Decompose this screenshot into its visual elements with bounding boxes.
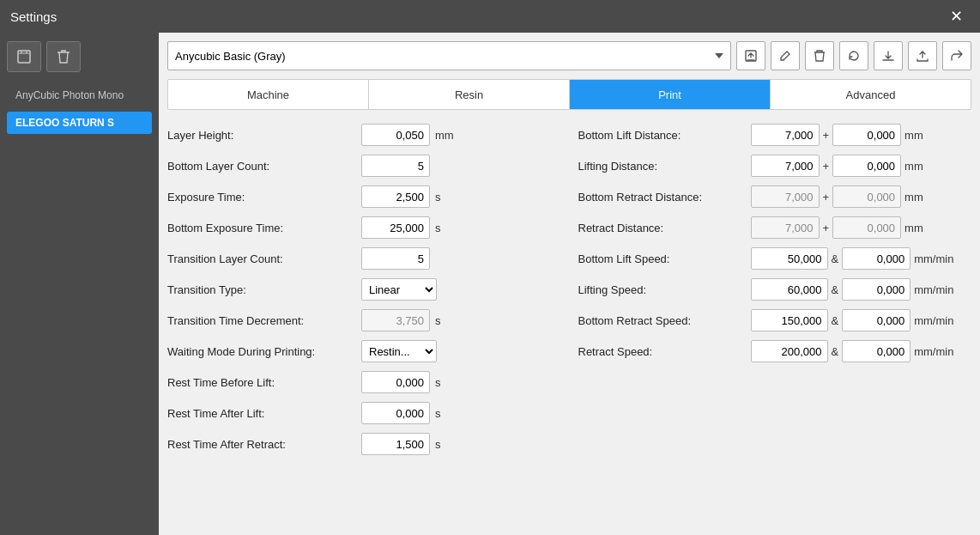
transition-time-decrement-label: Transition Time Decrement: <box>167 314 356 327</box>
bottom-retract-speed-input2[interactable] <box>842 309 910 331</box>
lifting-speed-label: Lifting Speed: <box>578 283 746 296</box>
bottom-retract-speed-input1[interactable] <box>751 309 828 331</box>
download-button[interactable] <box>874 41 903 70</box>
bottom-lift-distance-input2[interactable] <box>832 124 901 146</box>
add-profile-button[interactable] <box>7 41 41 72</box>
bottom-retract-distance-inputs: + mm <box>751 185 931 208</box>
sidebar-item-anycubic[interactable]: AnyCubic Photon Mono <box>7 84 152 106</box>
edit-button[interactable] <box>771 41 800 70</box>
bottom-lift-distance-input1[interactable] <box>751 124 820 146</box>
bottom-retract-distance-row: Bottom Retract Distance: + mm <box>578 182 972 211</box>
retract-speed-inputs: & mm/min <box>751 340 954 362</box>
layer-height-input[interactable] <box>361 124 430 146</box>
bottom-lift-distance-inputs: + mm <box>751 124 931 146</box>
retract-distance-input1[interactable] <box>751 216 820 239</box>
retract-speed-sep: & <box>832 345 839 358</box>
rest-after-retract-row: Rest Time After Retract: s <box>167 429 561 459</box>
transition-time-decrement-row: Transition Time Decrement: s <box>167 306 561 335</box>
bottom-retract-speed-label: Bottom Retract Speed: <box>578 314 746 327</box>
tab-print[interactable]: Print <box>570 80 771 109</box>
left-column: Layer Height: mm Bottom Layer Count: Exp… <box>167 120 561 526</box>
retract-distance-label: Retract Distance: <box>578 222 746 234</box>
waiting-mode-select[interactable]: Restin... No Wait <box>361 340 437 362</box>
top-toolbar: Anycubic Basic (Gray) <box>167 41 971 70</box>
retract-distance-sep: + <box>823 222 830 234</box>
retract-distance-row: Retract Distance: + mm <box>578 213 972 242</box>
reset-button[interactable] <box>839 41 868 70</box>
lifting-distance-inputs: + mm <box>751 155 931 177</box>
bottom-lift-distance-sep: + <box>823 129 830 142</box>
bottom-lift-distance-row: Bottom Lift Distance: + mm <box>578 120 972 149</box>
lifting-speed-input2[interactable] <box>842 278 910 301</box>
sidebar: AnyCubic Photon Mono ELEGOO SATURN S <box>0 33 159 535</box>
profile-select[interactable]: Anycubic Basic (Gray) <box>167 41 731 70</box>
svg-rect-0 <box>18 51 30 63</box>
title-bar: Settings ✕ <box>0 0 980 33</box>
retract-distance-inputs: + mm <box>751 216 931 239</box>
bottom-retract-speed-unit: mm/min <box>914 314 953 327</box>
rest-before-lift-row: Rest Time Before Lift: s <box>167 368 561 397</box>
bottom-retract-distance-label: Bottom Retract Distance: <box>578 191 746 204</box>
transition-layer-count-input[interactable] <box>361 247 430 270</box>
lifting-distance-unit: mm <box>904 160 930 173</box>
delete-profile-button[interactable] <box>46 41 81 72</box>
transition-type-label: Transition Type: <box>167 283 356 296</box>
sidebar-toolbar <box>7 41 152 72</box>
exposure-time-label: Exposure Time: <box>167 191 356 204</box>
bottom-lift-speed-unit: mm/min <box>914 252 953 265</box>
tab-advanced[interactable]: Advanced <box>771 80 971 109</box>
rest-after-lift-input[interactable] <box>361 402 430 424</box>
retract-distance-input2[interactable] <box>832 216 901 239</box>
lifting-distance-sep: + <box>823 160 830 173</box>
transition-time-decrement-unit: s <box>435 314 461 327</box>
lifting-distance-input1[interactable] <box>751 155 820 177</box>
bottom-layer-count-input[interactable] <box>361 155 430 177</box>
export-button[interactable] <box>736 41 765 70</box>
layer-height-unit: mm <box>435 129 461 142</box>
rest-after-retract-input[interactable] <box>361 433 430 455</box>
transition-layer-count-label: Transition Layer Count: <box>167 252 356 265</box>
share-button[interactable] <box>942 41 971 70</box>
right-panel: Anycubic Basic (Gray) <box>159 33 980 535</box>
bottom-retract-speed-inputs: & mm/min <box>751 309 954 331</box>
tab-resin[interactable]: Resin <box>369 80 570 109</box>
upload-button[interactable] <box>908 41 937 70</box>
close-button[interactable]: ✕ <box>943 5 970 27</box>
lifting-distance-label: Lifting Distance: <box>578 160 746 173</box>
lifting-speed-input1[interactable] <box>751 278 828 301</box>
transition-type-row: Transition Type: Linear Exponential <box>167 275 561 304</box>
sidebar-item-elegoo[interactable]: ELEGOO SATURN S <box>7 112 152 134</box>
waiting-mode-label: Waiting Mode During Printing: <box>167 345 356 358</box>
bottom-lift-distance-label: Bottom Lift Distance: <box>578 129 746 142</box>
bottom-lift-distance-unit: mm <box>904 129 930 142</box>
rest-after-lift-label: Rest Time After Lift: <box>167 407 356 420</box>
window-title: Settings <box>10 9 57 24</box>
retract-speed-row: Retract Speed: & mm/min <box>578 337 972 366</box>
rest-after-lift-row: Rest Time After Lift: s <box>167 398 561 428</box>
transition-time-decrement-input[interactable] <box>361 309 430 331</box>
tab-machine[interactable]: Machine <box>168 80 369 109</box>
rest-before-lift-label: Rest Time Before Lift: <box>167 376 356 389</box>
bottom-retract-distance-input1[interactable] <box>751 185 820 208</box>
bottom-lift-speed-input1[interactable] <box>751 247 828 270</box>
rest-after-retract-label: Rest Time After Retract: <box>167 438 356 451</box>
bottom-retract-distance-sep: + <box>823 191 830 204</box>
bottom-layer-count-row: Bottom Layer Count: <box>167 151 561 180</box>
tabs: Machine Resin Print Advanced <box>167 79 971 110</box>
retract-speed-unit: mm/min <box>914 345 953 358</box>
delete-button[interactable] <box>805 41 834 70</box>
bottom-lift-speed-row: Bottom Lift Speed: & mm/min <box>578 244 972 273</box>
lifting-speed-inputs: & mm/min <box>751 278 954 301</box>
bottom-lift-speed-input2[interactable] <box>842 247 910 270</box>
lifting-distance-input2[interactable] <box>832 155 901 177</box>
transition-layer-count-row: Transition Layer Count: <box>167 244 561 273</box>
retract-speed-input2[interactable] <box>842 340 910 362</box>
retract-speed-input1[interactable] <box>751 340 828 362</box>
bottom-retract-distance-input2[interactable] <box>832 185 901 208</box>
rest-before-lift-input[interactable] <box>361 371 430 393</box>
transition-type-select[interactable]: Linear Exponential <box>361 278 437 301</box>
exposure-time-unit: s <box>435 191 461 204</box>
main-content: AnyCubic Photon Mono ELEGOO SATURN S Any… <box>0 33 980 535</box>
bottom-exposure-time-input[interactable] <box>361 216 430 239</box>
exposure-time-input[interactable] <box>361 185 430 208</box>
